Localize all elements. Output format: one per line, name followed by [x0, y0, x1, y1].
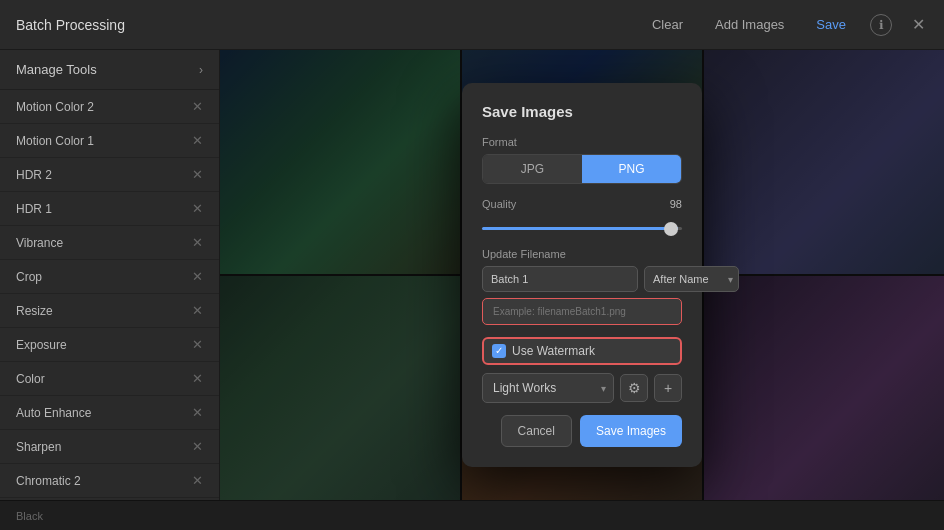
quality-value: 98	[670, 198, 682, 210]
quality-slider[interactable]	[482, 227, 682, 230]
remove-icon[interactable]: ✕	[192, 99, 203, 114]
image-grid: Save Images Format JPG PNG Quality 9	[220, 50, 944, 500]
sidebar: Manage Tools › Motion Color 2 ✕ Motion C…	[0, 50, 220, 500]
remove-icon[interactable]: ✕	[192, 337, 203, 352]
app-window: Batch Processing Clear Add Images Save ℹ…	[0, 0, 944, 530]
sidebar-item[interactable]: Sharpen ✕	[0, 430, 219, 464]
sidebar-item[interactable]: Auto Enhance ✕	[0, 396, 219, 430]
remove-icon[interactable]: ✕	[192, 167, 203, 182]
remove-icon[interactable]: ✕	[192, 473, 203, 488]
format-buttons: JPG PNG	[482, 154, 682, 184]
sidebar-header[interactable]: Manage Tools ›	[0, 50, 219, 90]
modal-title: Save Images	[482, 103, 682, 120]
remove-icon[interactable]: ✕	[192, 303, 203, 318]
filename-input[interactable]	[482, 266, 638, 292]
remove-icon[interactable]: ✕	[192, 269, 203, 284]
format-label: Format	[482, 136, 682, 148]
remove-icon[interactable]: ✕	[192, 201, 203, 216]
sidebar-item-label: Vibrance	[16, 236, 63, 250]
sidebar-item-label: Motion Color 1	[16, 134, 94, 148]
sidebar-item[interactable]: HDR 1 ✕	[0, 192, 219, 226]
watermark-select-row: Light Works Dark Works Custom ⚙ +	[482, 373, 682, 403]
title-bar: Batch Processing Clear Add Images Save ℹ…	[0, 0, 944, 50]
cancel-button[interactable]: Cancel	[501, 415, 572, 447]
quality-section: Quality 98	[482, 198, 682, 234]
remove-icon[interactable]: ✕	[192, 235, 203, 250]
sidebar-item-label: Chromatic 2	[16, 474, 81, 488]
sidebar-item[interactable]: Motion Color 2 ✕	[0, 90, 219, 124]
update-filename-label: Update Filename	[482, 248, 682, 260]
sidebar-item-label: Color	[16, 372, 45, 386]
watermark-settings-button[interactable]: ⚙	[620, 374, 648, 402]
bottom-label: Black	[16, 510, 43, 522]
remove-icon[interactable]: ✕	[192, 405, 203, 420]
format-png-button[interactable]: PNG	[582, 155, 681, 183]
checkmark-icon: ✓	[495, 346, 503, 356]
filename-position-select-wrap: After Name Before Name	[644, 266, 739, 292]
modal-overlay: Save Images Format JPG PNG Quality 9	[220, 50, 944, 500]
save-images-modal: Save Images Format JPG PNG Quality 9	[462, 83, 702, 467]
sidebar-item[interactable]: Motion Color 1 ✕	[0, 124, 219, 158]
content-area: Manage Tools › Motion Color 2 ✕ Motion C…	[0, 50, 944, 500]
sidebar-item[interactable]: Resize ✕	[0, 294, 219, 328]
watermark-select[interactable]: Light Works Dark Works Custom	[482, 373, 614, 403]
update-filename-section: Update Filename After Name Before Name	[482, 248, 682, 325]
sidebar-item-label: Exposure	[16, 338, 67, 352]
sidebar-item-label: Auto Enhance	[16, 406, 91, 420]
add-images-button[interactable]: Add Images	[707, 13, 792, 36]
watermark-checkbox-row[interactable]: ✓ Use Watermark	[482, 337, 682, 365]
chevron-right-icon: ›	[199, 63, 203, 77]
quality-label: Quality	[482, 198, 516, 210]
save-button[interactable]: Save	[808, 13, 854, 36]
title-bar-actions: Clear Add Images Save ℹ ✕	[644, 13, 928, 36]
remove-icon[interactable]: ✕	[192, 371, 203, 386]
remove-icon[interactable]: ✕	[192, 439, 203, 454]
watermark-select-wrap: Light Works Dark Works Custom	[482, 373, 614, 403]
quality-header: Quality 98	[482, 198, 682, 210]
sidebar-item-label: HDR 1	[16, 202, 52, 216]
plus-icon: +	[664, 380, 672, 396]
filename-row: After Name Before Name	[482, 266, 682, 292]
clear-button[interactable]: Clear	[644, 13, 691, 36]
sidebar-item[interactable]: Color ✕	[0, 362, 219, 396]
modal-actions: Cancel Save Images	[482, 415, 682, 447]
gear-icon: ⚙	[628, 380, 641, 396]
close-button[interactable]: ✕	[908, 15, 928, 35]
info-icon[interactable]: ℹ	[870, 14, 892, 36]
bottom-bar: Black	[0, 500, 944, 530]
format-jpg-button[interactable]: JPG	[483, 155, 582, 183]
filename-position-select[interactable]: After Name Before Name	[644, 266, 739, 292]
sidebar-item[interactable]: HDR 2 ✕	[0, 158, 219, 192]
sidebar-item[interactable]: Exposure ✕	[0, 328, 219, 362]
sidebar-item-label: Crop	[16, 270, 42, 284]
watermark-checkbox[interactable]: ✓	[492, 344, 506, 358]
format-section: Format JPG PNG	[482, 136, 682, 184]
sidebar-item[interactable]: Crop ✕	[0, 260, 219, 294]
watermark-section: ✓ Use Watermark Light Works Dark Works C…	[482, 337, 682, 403]
manage-tools-label: Manage Tools	[16, 62, 97, 77]
sidebar-item-label: Sharpen	[16, 440, 61, 454]
app-title: Batch Processing	[16, 17, 125, 33]
filename-example-input[interactable]	[482, 298, 682, 325]
remove-icon[interactable]: ✕	[192, 133, 203, 148]
sidebar-item-label: HDR 2	[16, 168, 52, 182]
sidebar-item-label: Motion Color 2	[16, 100, 94, 114]
save-images-button[interactable]: Save Images	[580, 415, 682, 447]
sidebar-item[interactable]: Vibrance ✕	[0, 226, 219, 260]
watermark-add-button[interactable]: +	[654, 374, 682, 402]
sidebar-item-label: Resize	[16, 304, 53, 318]
use-watermark-label: Use Watermark	[512, 344, 595, 358]
sidebar-item[interactable]: Chromatic 2 ✕	[0, 464, 219, 498]
